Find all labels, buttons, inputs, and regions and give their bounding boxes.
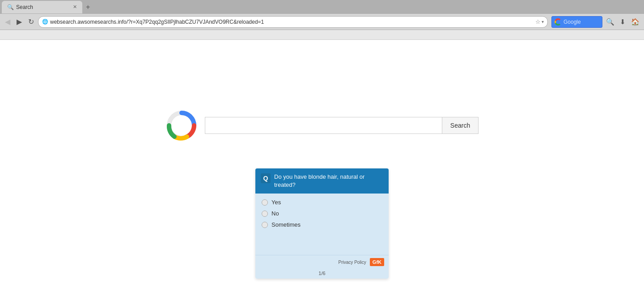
address-bar[interactable]: 🌐 ☆ ▾ xyxy=(38,16,548,28)
browser-chrome: 🔍 Search ✕ + ◀ ▶ ↻ 🌐 ☆ ▾ xyxy=(0,0,644,40)
lock-icon: 🌐 xyxy=(42,19,48,25)
privacy-policy-link[interactable]: Privacy Policy xyxy=(339,260,366,265)
new-tab-button[interactable]: + xyxy=(82,1,93,13)
survey-option-yes[interactable]: Yes xyxy=(262,199,382,206)
survey-question: Do you have blonde hair, natural or trea… xyxy=(274,173,383,189)
tab-favicon: 🔍 xyxy=(7,4,13,10)
survey-label-no: No xyxy=(271,210,279,217)
search-input[interactable] xyxy=(205,117,442,134)
survey-body: Yes No Sometimes xyxy=(255,194,389,255)
survey-page-indicator: 1/6 xyxy=(255,269,389,279)
google-search-bar[interactable] xyxy=(551,16,602,28)
google-search-input[interactable] xyxy=(564,19,599,25)
active-tab[interactable]: 🔍 Search ✕ xyxy=(2,1,82,13)
tab-close-button[interactable]: ✕ xyxy=(73,4,77,10)
tab-bar: 🔍 Search ✕ + xyxy=(0,0,644,14)
survey-label-sometimes: Sometimes xyxy=(271,221,301,228)
page-content: Search Q Do you have blonde hair, natura… xyxy=(0,40,644,297)
survey-radio-sometimes[interactable] xyxy=(262,222,268,228)
search-input-wrapper: Search xyxy=(205,117,479,134)
home-button[interactable]: 🏠 xyxy=(629,17,641,27)
gfk-badge: GfK xyxy=(370,258,384,266)
survey-option-sometimes[interactable]: Sometimes xyxy=(262,221,382,228)
star-icon[interactable]: ☆ xyxy=(535,18,541,25)
back-button[interactable]: ◀ xyxy=(3,17,13,27)
google-g-icon xyxy=(555,18,562,26)
address-input[interactable] xyxy=(50,19,534,25)
survey-label-yes: Yes xyxy=(271,199,281,206)
search-area: Search xyxy=(165,109,479,142)
survey-option-no[interactable]: No xyxy=(262,210,382,217)
search-logo xyxy=(165,109,198,142)
bookmarks-bar xyxy=(0,30,644,40)
survey-footer: Privacy Policy GfK xyxy=(255,255,389,269)
download-button[interactable]: ⬇ xyxy=(618,17,627,27)
star-dropdown-icon[interactable]: ▾ xyxy=(542,19,544,24)
svg-point-1 xyxy=(172,116,191,135)
tab-title: Search xyxy=(16,4,33,10)
reload-button[interactable]: ↻ xyxy=(26,17,36,27)
survey-radio-yes[interactable] xyxy=(262,199,268,206)
survey-header: Q Do you have blonde hair, natural or tr… xyxy=(255,168,389,194)
search-button[interactable]: Search xyxy=(442,117,479,134)
survey-widget: Q Do you have blonde hair, natural or tr… xyxy=(255,168,389,279)
survey-radio-no[interactable] xyxy=(262,211,268,217)
browser-search-button[interactable]: 🔍 xyxy=(604,17,616,27)
forward-button[interactable]: ▶ xyxy=(14,17,24,27)
address-icons: ☆ ▾ xyxy=(535,18,544,25)
survey-q-badge: Q xyxy=(261,173,271,183)
nav-bar: ◀ ▶ ↻ 🌐 ☆ ▾ 🔍 ⬇ 🏠 xyxy=(0,14,644,30)
